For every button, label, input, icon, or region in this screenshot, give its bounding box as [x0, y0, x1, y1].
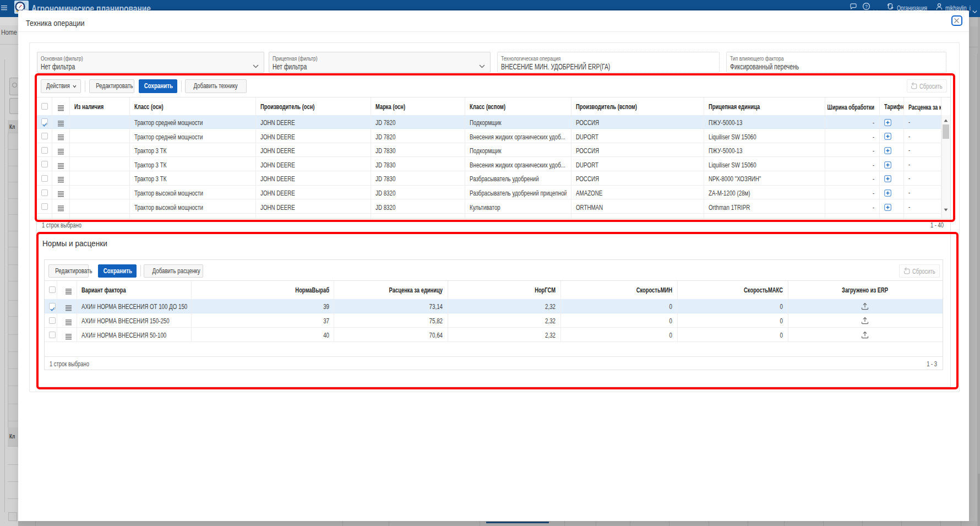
svg-text:?: ? [865, 4, 868, 9]
